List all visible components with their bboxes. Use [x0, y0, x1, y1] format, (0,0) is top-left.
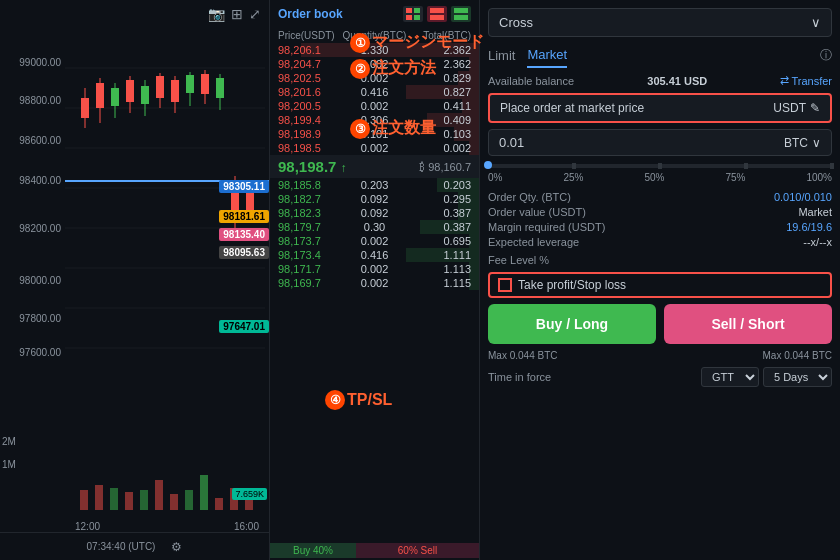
amount-input[interactable] [499, 135, 599, 150]
detail-row-qty: Order Qty. (BTC) 0.010/0.010 [488, 191, 832, 203]
slider-tick-50 [658, 163, 662, 169]
price-label: 98400.00 [19, 176, 61, 186]
market-price-currency[interactable]: USDT ✎ [773, 101, 820, 115]
svg-rect-34 [110, 488, 118, 510]
slider-tick-25 [572, 163, 576, 169]
ob-col-price: Price(USDT) [278, 30, 342, 41]
chart-area: 📷 ⊞ ⤢ 99000.00 98800.00 98600.00 98400.0… [0, 0, 270, 560]
ob-mid-price-row: 98,198.7 ↑ ₿ 98,160.7 [270, 155, 479, 178]
table-row: 98,199.4 0.306 0.409 [270, 113, 479, 127]
market-price-edit-icon: ✎ [810, 101, 820, 115]
detail-label-leverage: Expected leverage [488, 236, 579, 248]
svg-rect-38 [170, 494, 178, 510]
svg-rect-48 [430, 8, 444, 13]
max-buy-label: Max 0.044 BTC [488, 350, 557, 361]
mode-select[interactable]: Cross ∨ [488, 8, 832, 37]
ob-col-qty: Quantity(BTC) [342, 30, 406, 41]
tif-selects: GTT GTC IOC 5 Days 1 Day 7 Days [701, 367, 832, 387]
slider-tick-100 [830, 163, 834, 169]
max-labels: Max 0.044 BTC Max 0.044 BTC [488, 350, 832, 361]
ob-footer-bar: Buy 40% 60% Sell [270, 540, 479, 560]
time-label-1200: 12:00 [75, 521, 100, 532]
ob-col-headers: Price(USDT) Quantity(BTC) Total(BTC) [270, 28, 479, 43]
balance-value: 305.41 USD [647, 75, 707, 87]
amount-currency-chevron: ∨ [812, 136, 821, 150]
ob-icon-both[interactable] [403, 6, 423, 22]
price-label: 97800.00 [19, 314, 61, 324]
svg-rect-32 [80, 490, 88, 510]
ob-icon-sell[interactable] [427, 6, 447, 22]
tpsl-checkbox[interactable] [498, 278, 512, 292]
table-row: 98,202.5 0.002 0.829 [270, 71, 479, 85]
tif-select-days[interactable]: 5 Days 1 Day 7 Days [763, 367, 832, 387]
tif-label: Time in force [488, 371, 551, 383]
svg-rect-33 [95, 485, 103, 510]
tab-limit[interactable]: Limit [488, 43, 515, 68]
table-row: 98,206.1 1.330 2.362 [270, 43, 479, 57]
detail-value-qty: 0.010/0.010 [774, 191, 832, 203]
price-label: 98800.00 [19, 96, 61, 106]
transfer-button[interactable]: ⇄ Transfer [780, 74, 832, 87]
market-price-box: Place order at market price USDT ✎ [488, 93, 832, 123]
price-label: 98600.00 [19, 136, 61, 146]
mode-select-chevron: ∨ [811, 15, 821, 30]
slider-track[interactable] [488, 164, 832, 168]
slider-markers: 0% 25% 50% 75% 100% [488, 172, 832, 183]
tif-row: Time in force GTT GTC IOC 5 Days 1 Day 7… [488, 367, 832, 387]
slider-container: 0% 25% 50% 75% 100% [488, 162, 832, 185]
tpsl-row: Take profit/Stop loss [488, 272, 832, 298]
vol-label-2m: 2M [2, 436, 64, 447]
svg-rect-50 [454, 8, 468, 13]
price-marker-blue: 98305.11 [219, 180, 269, 193]
time-display: 07:34:40 (UTC) [87, 541, 156, 552]
chart-bottom-bar: 07:34:40 (UTC) ⚙ [0, 532, 269, 560]
svg-rect-15 [126, 80, 134, 102]
detail-row-leverage: Expected leverage --x/--x [488, 236, 832, 248]
layout-icon[interactable]: ⊞ [231, 6, 243, 22]
chart-settings-icon[interactable]: ⚙ [171, 540, 182, 554]
info-icon[interactable]: ⓘ [820, 47, 832, 64]
camera-icon[interactable]: 📷 [208, 6, 225, 22]
ob-title: Order book [278, 7, 343, 21]
table-row: 98,182.3 0.092 0.387 [270, 206, 479, 220]
chart-svg [65, 28, 265, 388]
trade-panel: Cross ∨ Limit Market ⓘ Available balance… [480, 0, 840, 560]
time-label-1600: 16:00 [234, 521, 259, 532]
svg-rect-13 [111, 88, 119, 106]
sell-short-button[interactable]: Sell / Short [664, 304, 832, 344]
table-row: 98,169.7 0.002 1.115 [270, 276, 479, 290]
ob-sell-bar: 60% Sell [356, 543, 479, 558]
slider-mark-100: 100% [806, 172, 832, 183]
svg-rect-17 [141, 86, 149, 104]
svg-rect-51 [454, 15, 468, 20]
ob-icon-buy[interactable] [451, 6, 471, 22]
table-row: 98,201.6 0.416 0.827 [270, 85, 479, 99]
vol-price-label: 7.659K [232, 488, 267, 500]
fee-label: Fee Level % [488, 254, 549, 266]
table-row: 98,198.5 0.002 0.002 [270, 141, 479, 155]
market-price-currency-text: USDT [773, 101, 806, 115]
detail-value-leverage: --x/--x [803, 236, 832, 248]
tab-market[interactable]: Market [527, 43, 567, 68]
amount-currency-text: BTC [784, 136, 808, 150]
table-row: 98,179.7 0.30 0.387 [270, 220, 479, 234]
amount-currency-select[interactable]: BTC ∨ [784, 136, 821, 150]
svg-rect-47 [414, 15, 420, 20]
fullscreen-icon[interactable]: ⤢ [249, 6, 261, 22]
detail-row-value: Order value (USDT) Market [488, 206, 832, 218]
svg-rect-9 [81, 98, 89, 118]
amount-row: BTC ∨ [488, 129, 832, 156]
slider-thumb[interactable] [484, 161, 492, 169]
tpsl-label: Take profit/Stop loss [518, 278, 626, 292]
buy-long-button[interactable]: Buy / Long [488, 304, 656, 344]
slider-mark-25: 25% [563, 172, 583, 183]
detail-value-value: Market [798, 206, 832, 218]
svg-rect-25 [201, 74, 209, 94]
svg-rect-49 [430, 15, 444, 20]
slider-mark-50: 50% [644, 172, 664, 183]
order-details: Order Qty. (BTC) 0.010/0.010 Order value… [488, 191, 832, 248]
tif-select-type[interactable]: GTT GTC IOC [701, 367, 759, 387]
price-label: 98200.00 [19, 224, 61, 234]
max-sell-label: Max 0.044 BTC [763, 350, 832, 361]
detail-value-margin: 19.6/19.6 [786, 221, 832, 233]
